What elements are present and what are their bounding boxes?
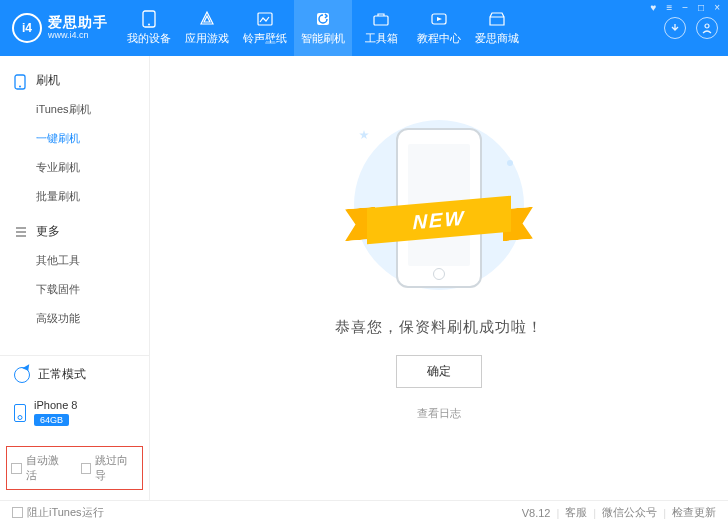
storage-badge: 64GB (34, 414, 69, 426)
body: 刷机 iTunes刷机 一键刷机 专业刷机 批量刷机 更多 其他工具 下载固件 … (0, 56, 728, 500)
apps-icon (197, 10, 217, 28)
svg-rect-4 (374, 16, 388, 25)
status-bar: 阻止iTunes运行 V8.12 | 客服 | 微信公众号 | 检查更新 (0, 500, 728, 524)
tab-flash[interactable]: 智能刷机 (294, 0, 352, 56)
tab-ringtone[interactable]: 铃声壁纸 (236, 0, 294, 56)
checkbox-label: 自动激活 (26, 453, 69, 483)
tab-label: 工具箱 (365, 31, 398, 46)
svg-point-8 (19, 85, 21, 87)
wallpaper-icon (255, 10, 275, 28)
toolbox-icon (371, 10, 391, 28)
store-icon (487, 10, 507, 28)
more-icon (14, 225, 28, 239)
main-tabs: 我的设备 应用游戏 铃声壁纸 智能刷机 工具箱 教程中心 爱思商城 (120, 0, 526, 56)
view-log-link[interactable]: 查看日志 (417, 406, 461, 421)
ok-button[interactable]: 确定 (396, 355, 482, 388)
maximize-icon[interactable]: □ (696, 2, 706, 13)
device-name: iPhone 8 (34, 399, 77, 411)
tab-store[interactable]: 爱思商城 (468, 0, 526, 56)
app-header: ♥ ≡ − □ × i4 爱思助手 www.i4.cn 我的设备 应用游戏 铃声… (0, 0, 728, 56)
svg-point-1 (148, 24, 150, 26)
settings-icon[interactable]: ♥ (648, 2, 658, 13)
close-icon[interactable]: × (712, 2, 722, 13)
new-ribbon: NEW (345, 196, 533, 244)
checkbox-label: 阻止iTunes运行 (27, 505, 104, 520)
group-title: 更多 (36, 223, 60, 240)
user-icon[interactable] (696, 17, 718, 39)
tab-my-device[interactable]: 我的设备 (120, 0, 178, 56)
update-link[interactable]: 检查更新 (672, 505, 716, 520)
checkbox-icon (81, 463, 92, 474)
tutorial-icon (429, 10, 449, 28)
app-logo: i4 爱思助手 www.i4.cn (0, 0, 120, 56)
device-mode[interactable]: 正常模式 (0, 356, 149, 393)
sidebar-item-oneclick-flash[interactable]: 一键刷机 (0, 124, 149, 153)
connected-device[interactable]: iPhone 8 64GB (0, 393, 149, 436)
device-icon (14, 404, 26, 422)
success-message: 恭喜您，保资料刷机成功啦！ (335, 318, 543, 337)
tab-label: 爱思商城 (475, 31, 519, 46)
sidebar-group-flash[interactable]: 刷机 (0, 66, 149, 95)
download-icon[interactable] (664, 17, 686, 39)
svg-rect-2 (258, 13, 272, 25)
checkbox-label: 跳过向导 (95, 453, 138, 483)
checkbox-skip-guide[interactable]: 跳过向导 (81, 453, 139, 483)
sidebar-group-more[interactable]: 更多 (0, 217, 149, 246)
checkbox-icon (11, 463, 22, 474)
sidebar-item-other-tools[interactable]: 其他工具 (0, 246, 149, 275)
version-label: V8.12 (522, 507, 551, 519)
minimize-icon[interactable]: − (680, 2, 690, 13)
main-content: NEW 恭喜您，保资料刷机成功啦！ 确定 查看日志 (150, 56, 728, 500)
flash-icon (313, 10, 333, 28)
refresh-icon (14, 367, 30, 383)
options-highlight: 自动激活 跳过向导 (6, 446, 143, 490)
tab-apps[interactable]: 应用游戏 (178, 0, 236, 56)
menu-icon[interactable]: ≡ (664, 2, 674, 13)
sidebar-item-advanced[interactable]: 高级功能 (0, 304, 149, 333)
sidebar: 刷机 iTunes刷机 一键刷机 专业刷机 批量刷机 更多 其他工具 下载固件 … (0, 56, 150, 500)
mode-label: 正常模式 (38, 366, 86, 383)
ribbon-text: NEW (367, 196, 511, 245)
tab-label: 我的设备 (127, 31, 171, 46)
support-link[interactable]: 客服 (565, 505, 587, 520)
svg-point-6 (705, 24, 709, 28)
checkbox-icon (12, 507, 23, 518)
checkbox-block-itunes[interactable]: 阻止iTunes运行 (12, 505, 104, 520)
sidebar-item-pro-flash[interactable]: 专业刷机 (0, 153, 149, 182)
tab-label: 教程中心 (417, 31, 461, 46)
app-title: 爱思助手 (48, 15, 108, 30)
window-controls: ♥ ≡ − □ × (648, 2, 722, 13)
wechat-link[interactable]: 微信公众号 (602, 505, 657, 520)
success-illustration: NEW (339, 110, 539, 300)
sidebar-item-batch-flash[interactable]: 批量刷机 (0, 182, 149, 211)
app-subtitle: www.i4.cn (48, 31, 108, 41)
sidebar-item-itunes-flash[interactable]: iTunes刷机 (0, 95, 149, 124)
checkbox-auto-activate[interactable]: 自动激活 (11, 453, 69, 483)
tab-tutorial[interactable]: 教程中心 (410, 0, 468, 56)
tab-label: 铃声壁纸 (243, 31, 287, 46)
logo-icon: i4 (12, 13, 42, 43)
tab-toolbox[interactable]: 工具箱 (352, 0, 410, 56)
tab-label: 智能刷机 (301, 31, 345, 46)
phone-icon (14, 74, 28, 88)
group-title: 刷机 (36, 72, 60, 89)
phone-icon (139, 10, 159, 28)
tab-label: 应用游戏 (185, 31, 229, 46)
sidebar-item-download-firmware[interactable]: 下载固件 (0, 275, 149, 304)
